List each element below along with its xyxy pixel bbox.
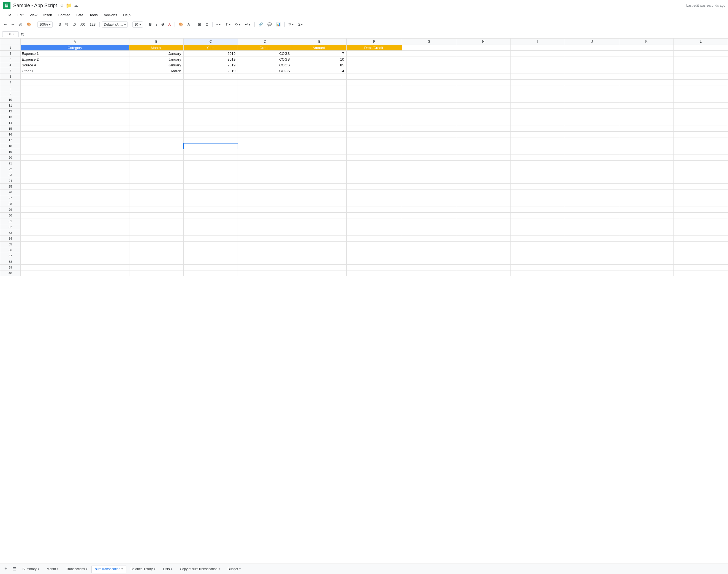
cell-6-e[interactable] xyxy=(292,74,346,80)
row-number-25[interactable]: 25 xyxy=(0,184,20,190)
cell-16-b[interactable] xyxy=(129,132,183,137)
cell-26-k[interactable] xyxy=(619,190,674,195)
cell-8-f[interactable] xyxy=(346,85,402,91)
cell-7-i[interactable] xyxy=(511,80,565,85)
cell-10-g[interactable] xyxy=(402,97,456,103)
cell-13-f[interactable] xyxy=(346,114,402,120)
cell-1-h[interactable] xyxy=(456,45,511,51)
cell-25-d[interactable] xyxy=(238,184,292,190)
cell-28-f[interactable] xyxy=(346,201,402,207)
cell-40-h[interactable] xyxy=(456,271,511,276)
cell-39-f[interactable] xyxy=(346,265,402,271)
cell-28-l[interactable] xyxy=(674,201,728,207)
cell-40-b[interactable] xyxy=(129,271,183,276)
cell-38-k[interactable] xyxy=(619,259,674,265)
cell-11-e[interactable] xyxy=(292,103,346,109)
cell-16-h[interactable] xyxy=(456,132,511,137)
cell-30-h[interactable] xyxy=(456,213,511,218)
cell-5-b[interactable]: March xyxy=(129,68,183,74)
cell-9-e[interactable] xyxy=(292,91,346,97)
cell-38-d[interactable] xyxy=(238,259,292,265)
cell-7-k[interactable] xyxy=(619,80,674,85)
menu-item-edit[interactable]: Edit xyxy=(14,12,26,18)
sheet-tab-copy-of-sumtransacation[interactable]: Copy of sumTransacation▾ xyxy=(176,565,223,573)
col-header-i[interactable]: I xyxy=(511,39,565,45)
cell-22-l[interactable] xyxy=(674,166,728,172)
cell-34-a[interactable] xyxy=(20,236,129,242)
tab-arrow-lists[interactable]: ▾ xyxy=(171,567,172,570)
cell-5-e[interactable]: -4 xyxy=(292,68,346,74)
cell-36-h[interactable] xyxy=(456,247,511,253)
cell-39-h[interactable] xyxy=(456,265,511,271)
cell-25-e[interactable] xyxy=(292,184,346,190)
cell-7-j[interactable] xyxy=(565,80,619,85)
cell-6-h[interactable] xyxy=(456,74,511,80)
cell-11-a[interactable] xyxy=(20,103,129,109)
cell-22-b[interactable] xyxy=(129,166,183,172)
cell-14-k[interactable] xyxy=(619,120,674,126)
cell-25-h[interactable] xyxy=(456,184,511,190)
cell-18-a[interactable] xyxy=(20,143,129,149)
cell-28-d[interactable] xyxy=(238,201,292,207)
cell-2-b[interactable]: January xyxy=(129,51,183,56)
row-number-32[interactable]: 32 xyxy=(0,224,20,230)
cell-19-f[interactable] xyxy=(346,149,402,155)
cell-36-l[interactable] xyxy=(674,247,728,253)
cell-35-f[interactable] xyxy=(346,242,402,247)
cell-31-f[interactable] xyxy=(346,218,402,224)
cell-24-a[interactable] xyxy=(20,178,129,184)
cell-13-k[interactable] xyxy=(619,114,674,120)
formula-input[interactable] xyxy=(26,31,726,37)
cell-6-a[interactable] xyxy=(20,74,129,80)
cell-6-j[interactable] xyxy=(565,74,619,80)
cell-38-g[interactable] xyxy=(402,259,456,265)
cell-29-k[interactable] xyxy=(619,207,674,213)
cell-22-h[interactable] xyxy=(456,166,511,172)
cell-11-g[interactable] xyxy=(402,103,456,109)
cell-21-i[interactable] xyxy=(511,161,565,166)
cell-12-i[interactable] xyxy=(511,109,565,114)
menu-item-format[interactable]: Format xyxy=(56,12,73,18)
col-header-e[interactable]: E xyxy=(292,39,346,45)
row-number-3[interactable]: 3 xyxy=(0,56,20,62)
cell-18-i[interactable] xyxy=(511,143,565,149)
cell-19-i[interactable] xyxy=(511,149,565,155)
cell-40-c[interactable] xyxy=(183,271,238,276)
cell-37-b[interactable] xyxy=(129,253,183,259)
row-number-7[interactable]: 7 xyxy=(0,80,20,85)
cell-24-i[interactable] xyxy=(511,178,565,184)
row-number-40[interactable]: 40 xyxy=(0,271,20,276)
cell-9-a[interactable] xyxy=(20,91,129,97)
sigma-button[interactable]: Σ▾ xyxy=(297,21,304,28)
star-icon[interactable]: ☆ xyxy=(60,2,64,8)
currency-button[interactable]: $ xyxy=(57,21,62,28)
cell-13-e[interactable] xyxy=(292,114,346,120)
cell-1-k[interactable] xyxy=(619,45,674,51)
cell-8-c[interactable] xyxy=(183,85,238,91)
decimal00-button[interactable]: .00 xyxy=(79,21,87,28)
cell-34-g[interactable] xyxy=(402,236,456,242)
cell-30-f[interactable] xyxy=(346,213,402,218)
cell-1-g[interactable] xyxy=(402,45,456,51)
cell-11-j[interactable] xyxy=(565,103,619,109)
cell-11-b[interactable] xyxy=(129,103,183,109)
cell-23-c[interactable] xyxy=(183,172,238,178)
cell-9-f[interactable] xyxy=(346,91,402,97)
cell-21-g[interactable] xyxy=(402,161,456,166)
cell-29-c[interactable] xyxy=(183,207,238,213)
cell-19-e[interactable] xyxy=(292,149,346,155)
cell-14-e[interactable] xyxy=(292,120,346,126)
sheet-tab-month[interactable]: Month▾ xyxy=(43,565,62,573)
sheet-tab-lists[interactable]: Lists▾ xyxy=(160,565,176,573)
cell-1-i[interactable] xyxy=(511,45,565,51)
col-header-d[interactable]: D xyxy=(238,39,292,45)
cell-4-a[interactable]: Source A xyxy=(20,62,129,68)
row-number-15[interactable]: 15 xyxy=(0,126,20,132)
cell-13-c[interactable] xyxy=(183,114,238,120)
cell-5-a[interactable]: Other 1 xyxy=(20,68,129,74)
cell-1-e[interactable]: Amount xyxy=(292,45,346,51)
row-number-31[interactable]: 31 xyxy=(0,218,20,224)
cell-22-i[interactable] xyxy=(511,166,565,172)
cell-8-g[interactable] xyxy=(402,85,456,91)
cell-11-f[interactable] xyxy=(346,103,402,109)
